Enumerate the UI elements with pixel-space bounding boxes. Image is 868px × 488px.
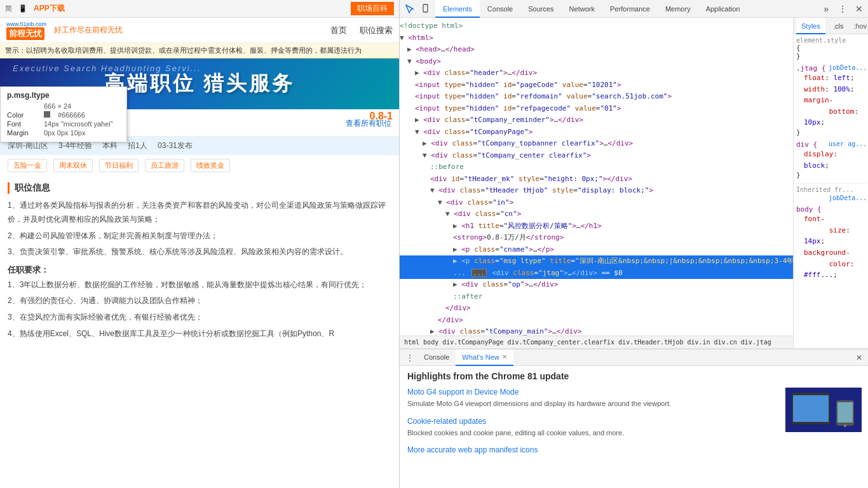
styles-tabs: Styles .cls :hov	[794, 18, 868, 34]
bc-jtag[interactable]: div.jtag	[739, 339, 773, 346]
cursor-inspect-icon[interactable]	[402, 1, 417, 17]
dom-line-companypage[interactable]: ▼ <div class="tCompanyPage">	[400, 126, 793, 139]
jtag-float: float: left;	[796, 72, 867, 84]
style-body: body { font- size: 14px; background- col…	[796, 205, 867, 281]
tab-elements[interactable]: Elements	[435, 0, 480, 18]
ua-source[interactable]: user ag...	[829, 140, 867, 149]
bottom-content: Highlights from the Chrome 81 update	[400, 366, 868, 488]
tooltip-margin-label: Margin	[7, 129, 39, 137]
dom-line-input2[interactable]: <input type="hidden" id="refdomain" valu…	[400, 91, 793, 103]
req-item-3: 3、在贷风控方面有实际经验者优先，有银行经验者优先；	[8, 311, 391, 325]
tag-insurance: 五险一金	[8, 159, 47, 172]
dom-line-after[interactable]: ::after	[400, 291, 793, 303]
bottom-close-btn[interactable]: ✕	[851, 350, 867, 365]
hover-pseudo-btn[interactable]: :hov	[853, 22, 867, 30]
css-tooltip: p.msg.ltype 666 × 24 Color #666666 Font …	[0, 86, 127, 142]
bc-body[interactable]: body	[421, 339, 440, 346]
nav-home[interactable]: 首页	[330, 25, 347, 36]
bottom-tab-whatsnew[interactable]: What's New ✕	[456, 349, 513, 366]
tab-memory[interactable]: Memory	[658, 0, 698, 18]
bc-companypage[interactable]: div.tCompanyPage	[440, 339, 505, 346]
svg-rect-4	[793, 395, 829, 422]
tag-holiday: 节日福利	[99, 159, 139, 172]
dom-tree[interactable]: <!doctype html> ▼ <html> ▶ <head>…</head…	[400, 18, 793, 336]
bc-in[interactable]: div.in	[685, 339, 712, 346]
body-header: body {	[796, 205, 867, 214]
dom-line-in[interactable]: ▼ <div class="in">	[400, 197, 793, 209]
dom-line-html[interactable]: ▼ <html>	[400, 32, 793, 44]
dom-line-cname[interactable]: ▶ <p class="cname">…</p>	[400, 244, 793, 256]
dom-line-cn[interactable]: ▼ <div class="cn">	[400, 208, 793, 220]
tab-console[interactable]: Console	[480, 0, 520, 18]
dom-line-jtag-selected[interactable]: ... ... <div class="jtag">…</div> == $0	[400, 268, 793, 280]
req-item-4: 4、熟练使用Excel、SQL、Hive数据库工具及至少一种统计分析或数据挖掘工…	[8, 327, 391, 341]
tab-sources[interactable]: Sources	[520, 0, 561, 18]
tab-network[interactable]: Network	[562, 0, 602, 18]
website-panel: 简 📱 APP下载 职场百科 www.51job.com 前程无忧 好工作尽在前…	[0, 0, 399, 488]
dom-line-main[interactable]: ▶ <div class="tCompany_main">…</div>	[400, 326, 793, 336]
salary-display: 0.8-1	[370, 111, 393, 122]
logo[interactable]: www.51job.com 前程无忧	[6, 21, 46, 40]
whatsnew-close-btn[interactable]: ✕	[502, 349, 507, 365]
devtools-toolbar: Elements Console Sources Network Perform…	[400, 0, 868, 18]
dom-line-header[interactable]: ▶ <div class="header">…</div>	[400, 67, 793, 79]
bc-html[interactable]: html	[402, 339, 421, 346]
dom-line-input3[interactable]: <input type="hidden" id="refpagecode" va…	[400, 103, 793, 115]
tooltip-size-label	[7, 102, 39, 110]
dom-line-doctype[interactable]: <!doctype html>	[400, 20, 793, 32]
logo-main: 前程无忧	[6, 27, 44, 40]
tab-performance[interactable]: Performance	[602, 0, 658, 18]
style-inherited-jobdeta: jobDeta...	[796, 194, 867, 201]
whats-new-item-1: Moto G4 support in Device Mode Simulate …	[407, 388, 862, 409]
bottom-tabs: ⋮ Console What's New ✕ ✕	[400, 349, 868, 366]
bottom-menu-icon[interactable]: ⋮	[402, 350, 417, 365]
bottom-tab-console[interactable]: Console	[417, 349, 456, 366]
job-info-section: 职位信息 1、通过对各类风险指标与报表的分析，关注各类资产和客群的风险变动，对公…	[0, 176, 399, 349]
ua-header: div { user ag...	[796, 140, 867, 149]
dom-line-headermk[interactable]: <div id="tHeader_mk" style="height: 0px;…	[400, 173, 793, 186]
job-desc-3: 3、负责决策引擎、审批系统、预警系统、核心系统等涉及风险流程、风险政策相关内容的…	[8, 245, 391, 259]
dom-line-strong[interactable]: <strong>0.8-1万/月</strong>	[400, 232, 793, 244]
tab-styles[interactable]: Styles	[796, 18, 825, 34]
more-tabs-icon[interactable]: »	[818, 1, 834, 17]
item3-title[interactable]: More accurate web app manifest icons	[407, 445, 862, 454]
devtools-close-icon[interactable]: ✕	[851, 1, 867, 17]
device-mode-icon[interactable]	[419, 1, 434, 17]
tooltip-font-value: 14px "microsoft yahei"	[44, 120, 113, 128]
dom-line-op[interactable]: ▶ <div class="op">…</div>	[400, 279, 793, 291]
dom-line-msg-selected[interactable]: ▶ <p class="msg ltype" title="深圳-南山区&nbs…	[400, 255, 793, 268]
dom-line-topbanner[interactable]: ▶ <div class="tCompany_topbanner clearfi…	[400, 138, 793, 150]
ua-display: display: block;	[796, 149, 867, 171]
nav-job-search[interactable]: 职位搜索	[360, 25, 393, 36]
inherited-jobdeta-source[interactable]: jobDeta...	[829, 194, 867, 201]
bc-center[interactable]: div.tCompany_center.clearfix	[506, 339, 617, 346]
app-download-label[interactable]: APP下载	[34, 3, 65, 14]
dom-line-close-div1[interactable]: </div>	[400, 302, 793, 315]
tab-computed[interactable]: .cls	[828, 18, 849, 34]
ellipsis-btn[interactable]: ...	[471, 269, 487, 277]
logo-url: www.51job.com	[6, 21, 46, 27]
styles-content: element.style { } .jtag { jobDeta... flo…	[794, 34, 868, 348]
dom-line-h1[interactable]: ▶ <h1 title="风控数据分析/策略">…</h1>	[400, 220, 793, 233]
bc-thjob[interactable]: div.tHeader.tHjob	[616, 339, 685, 346]
dom-line-thjob[interactable]: ▼ <div class="tHeader tHjob" style="disp…	[400, 185, 793, 197]
dom-line-reminder[interactable]: ▶ <div class="tCompany_reminder">…</div>	[400, 114, 793, 126]
tooltip-selector: p.msg.ltype	[7, 91, 120, 100]
bc-cn[interactable]: div.cn	[712, 339, 739, 346]
devtools-settings-icon[interactable]: ⋮	[835, 1, 850, 17]
jtag-source[interactable]: jobDeta...	[829, 64, 867, 72]
dom-line-center[interactable]: ▼ <div class="tCompany_center clearfix">	[400, 150, 793, 162]
dom-line-head[interactable]: ▶ <head>…</head>	[400, 44, 793, 56]
style-useragent: div { user ag... display: block; }	[796, 140, 867, 179]
tab-application[interactable]: Application	[698, 0, 748, 18]
career-wiki-label[interactable]: 职场百科	[351, 2, 394, 15]
dom-line-body[interactable]: ▼ <body>	[400, 56, 793, 68]
top-bar: 简 📱 APP下载 职场百科	[0, 0, 399, 18]
tag-bonus: 绩效奖金	[191, 159, 230, 172]
dom-line-before[interactable]: ::before	[400, 161, 793, 173]
jtag-margin-bottom: margin- bottom: 10px;	[796, 95, 867, 128]
dom-line-input1[interactable]: <input type="hidden" id="pageCode" value…	[400, 79, 793, 92]
job-headcount: 招1人	[128, 140, 147, 151]
dom-line-close-div2[interactable]: </div>	[400, 315, 793, 327]
svg-rect-1	[424, 5, 426, 10]
